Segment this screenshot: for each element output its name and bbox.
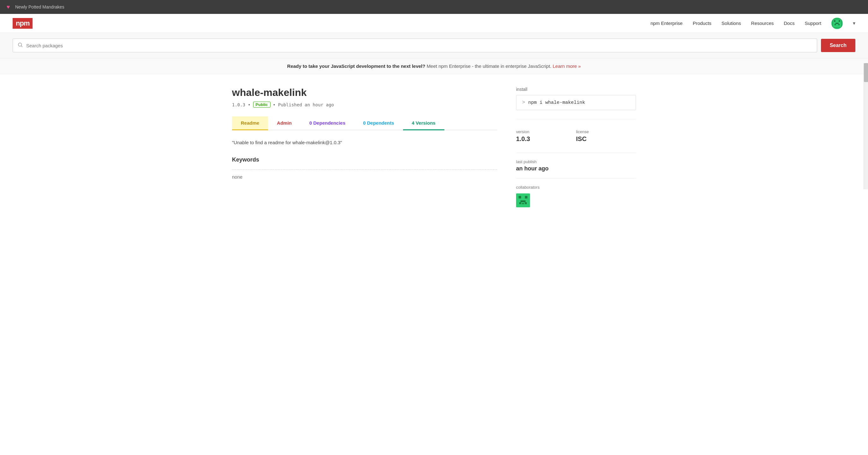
keywords-section: Keywords none bbox=[232, 157, 497, 180]
svg-rect-11 bbox=[519, 196, 521, 198]
install-section: install > npm i whale-makelink bbox=[516, 87, 636, 110]
package-tabs: Readme Admin 0 Dependencies 0 Dependents… bbox=[232, 117, 497, 130]
last-publish-section: last publish an hour ago bbox=[516, 153, 636, 172]
license-label: license bbox=[576, 129, 636, 134]
install-label: install bbox=[516, 87, 636, 92]
install-box: > npm i whale-makelink bbox=[516, 95, 636, 110]
svg-line-9 bbox=[21, 46, 22, 47]
navbar-left: npm bbox=[12, 18, 32, 29]
tab-dependents[interactable]: 0 Dependents bbox=[354, 117, 403, 130]
package-version: 1.0.3 bbox=[232, 102, 245, 107]
license-value: ISC bbox=[576, 135, 636, 142]
banner-bold: Ready to take your JavaScript developmen… bbox=[287, 63, 426, 69]
svg-rect-2 bbox=[839, 20, 840, 22]
keywords-heading: Keywords bbox=[232, 157, 497, 166]
search-input-wrap bbox=[12, 38, 817, 53]
navbar-right: npm Enterprise Products Solutions Resour… bbox=[651, 18, 856, 29]
svg-rect-1 bbox=[834, 20, 836, 22]
collaborators-label: collaborators bbox=[516, 185, 636, 190]
meta-grid: version 1.0.3 license ISC bbox=[516, 119, 636, 147]
published-time: Published an hour ago bbox=[278, 102, 334, 107]
collaborator-pixel-art bbox=[516, 193, 530, 207]
nav-resources[interactable]: Resources bbox=[751, 21, 774, 26]
main-content: whale-makelink 1.0.3 • Public • Publishe… bbox=[213, 74, 655, 221]
scrollbar-thumb[interactable] bbox=[864, 63, 868, 82]
nav-docs[interactable]: Docs bbox=[784, 21, 795, 26]
tab-readme[interactable]: Readme bbox=[232, 117, 268, 130]
npm-logo[interactable]: npm bbox=[12, 18, 32, 29]
tab-admin[interactable]: Admin bbox=[268, 117, 301, 130]
right-panel: install > npm i whale-makelink version 1… bbox=[516, 87, 636, 208]
version-value: 1.0.3 bbox=[516, 135, 576, 142]
scrollbar[interactable] bbox=[864, 63, 868, 189]
promo-banner: Ready to take your JavaScript developmen… bbox=[0, 58, 868, 74]
svg-rect-15 bbox=[525, 202, 527, 204]
navbar: npm npm Enterprise Products Solutions Re… bbox=[0, 14, 868, 33]
svg-rect-14 bbox=[519, 202, 521, 204]
user-avatar[interactable] bbox=[831, 18, 843, 29]
nav-support[interactable]: Support bbox=[805, 21, 821, 26]
keywords-value: none bbox=[232, 174, 497, 180]
nav-npm-enterprise[interactable]: npm Enterprise bbox=[651, 21, 683, 26]
readme-notice: "Unable to find a readme for whale-makel… bbox=[232, 140, 497, 145]
svg-rect-4 bbox=[835, 24, 836, 25]
install-command: npm i whale-makelink bbox=[528, 100, 585, 105]
search-icon bbox=[18, 42, 23, 49]
collaborators-section: collaborators bbox=[516, 178, 636, 208]
package-meta: 1.0.3 • Public • Published an hour ago bbox=[232, 102, 497, 107]
collaborator-avatar[interactable] bbox=[516, 193, 530, 207]
banner-description: Meet npm Enterprise - the ultimate in en… bbox=[427, 63, 553, 69]
last-publish-value: an hour ago bbox=[516, 165, 636, 172]
tab-versions[interactable]: 4 Versions bbox=[403, 117, 444, 130]
nav-products[interactable]: Products bbox=[693, 21, 711, 26]
svg-rect-3 bbox=[836, 23, 839, 24]
last-publish-label: last publish bbox=[516, 159, 636, 164]
svg-rect-5 bbox=[838, 24, 840, 25]
readme-content: "Unable to find a readme for whale-makel… bbox=[232, 140, 497, 145]
svg-rect-12 bbox=[525, 196, 527, 198]
browser-tab-bar: ♥ Newly Potted Mandrakes bbox=[0, 0, 868, 14]
tab-dependencies[interactable]: 0 Dependencies bbox=[301, 117, 354, 130]
banner-learn-more[interactable]: Learn more » bbox=[553, 63, 581, 69]
nav-solutions[interactable]: Solutions bbox=[721, 21, 741, 26]
svg-rect-17 bbox=[522, 203, 524, 204]
left-panel: whale-makelink 1.0.3 • Public • Publishe… bbox=[232, 87, 497, 208]
svg-rect-16 bbox=[521, 202, 525, 203]
user-dropdown-arrow[interactable]: ▾ bbox=[853, 20, 856, 26]
package-name: whale-makelink bbox=[232, 87, 497, 98]
keywords-divider bbox=[232, 169, 497, 170]
avatar-pixel-art bbox=[831, 18, 843, 29]
meta-separator-2: • bbox=[273, 102, 276, 107]
license-item: license ISC bbox=[576, 126, 636, 147]
search-bar: Search bbox=[0, 33, 868, 58]
version-label: version bbox=[516, 129, 576, 134]
public-badge: Public bbox=[253, 102, 271, 107]
search-button[interactable]: Search bbox=[821, 39, 856, 52]
search-input[interactable] bbox=[26, 43, 812, 48]
meta-separator-1: • bbox=[248, 102, 250, 107]
version-item: version 1.0.3 bbox=[516, 126, 576, 147]
svg-rect-6 bbox=[836, 24, 838, 25]
install-prompt: > bbox=[522, 100, 525, 105]
svg-rect-13 bbox=[521, 200, 526, 202]
browser-tab-title: Newly Potted Mandrakes bbox=[15, 4, 64, 9]
svg-point-8 bbox=[18, 43, 22, 46]
browser-favicon: ♥ bbox=[5, 4, 11, 10]
